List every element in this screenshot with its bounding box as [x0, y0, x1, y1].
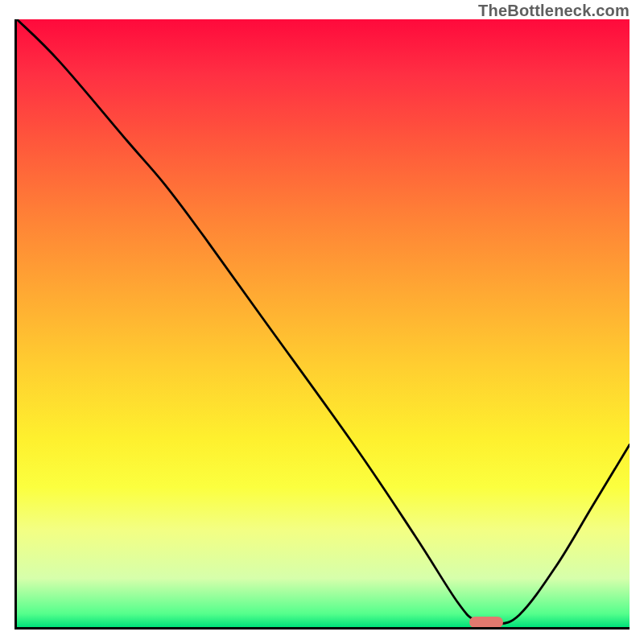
attribution-text: TheBottleneck.com [478, 2, 630, 20]
plot-area [14, 19, 630, 630]
bottleneck-curve [17, 19, 630, 625]
curve-layer [17, 19, 630, 627]
chart-canvas: TheBottleneck.com [0, 0, 644, 644]
selected-range-marker [469, 617, 503, 628]
